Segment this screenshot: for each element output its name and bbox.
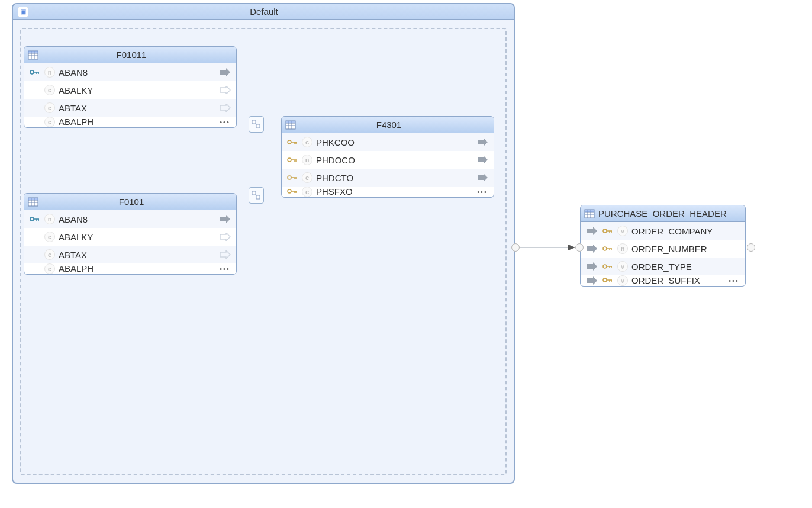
table-row[interactable]: n ABAN8 [24, 63, 236, 81]
table-row[interactable]: c ABALKY [24, 81, 236, 99]
svg-marker-1 [568, 245, 575, 250]
key-icon [286, 155, 298, 165]
svg-point-66 [603, 229, 607, 233]
entity-header[interactable]: F4301 [282, 117, 494, 133]
column-name: ORDER_NUMBER [631, 244, 740, 254]
svg-point-39 [288, 158, 291, 162]
table-row[interactable]: c PHDCTO [282, 169, 494, 187]
entity-purchase-order-header[interactable]: PURCHASE_ORDER_HEADER v ORDER_COMPANY n … [580, 205, 746, 287]
type-icon-c: c [302, 137, 312, 147]
key-icon [602, 226, 614, 236]
table-row[interactable]: c PHSFXO ••• [282, 187, 494, 197]
svg-marker-70 [587, 245, 597, 253]
svg-rect-20 [28, 198, 38, 200]
svg-point-34 [288, 140, 291, 144]
type-icon-n: n [302, 155, 312, 165]
table-row[interactable]: c PHKCOO [282, 133, 494, 151]
entity-rows: c PHKCOO n PHDOCO c PHDCTO c PHSFXO ••• [282, 133, 494, 197]
join-node[interactable] [249, 187, 264, 204]
svg-marker-13 [220, 86, 230, 94]
svg-marker-75 [587, 262, 597, 271]
column-name: ABALPH [59, 263, 215, 274]
svg-point-49 [288, 189, 291, 193]
key-icon [29, 214, 41, 224]
input-port[interactable] [575, 243, 584, 252]
svg-point-21 [30, 217, 34, 221]
table-row[interactable]: c ABALPH ••• [24, 263, 236, 274]
entity-header[interactable]: PURCHASE_ORDER_HEADER [581, 205, 745, 222]
entity-rows: v ORDER_COMPANY n ORDER_NUMBER v ORDER_T… [581, 222, 745, 286]
svg-point-8 [30, 70, 34, 74]
more-icon: ••• [476, 187, 489, 197]
entity-f4301[interactable]: F4301 c PHKCOO n PHDOCO c PHDCTO [281, 116, 494, 198]
entity-f0101[interactable]: F0101 n ABAN8 c ABALKY c ABTAX [24, 193, 237, 275]
entity-header[interactable]: F0101 [24, 194, 236, 210]
out-arrow-icon [218, 214, 231, 224]
svg-marker-38 [478, 138, 488, 146]
column-name: PHDOCO [316, 155, 472, 165]
svg-rect-64 [585, 210, 594, 212]
key-icon [602, 275, 614, 285]
more-icon: ••• [727, 275, 740, 286]
table-icon [28, 197, 38, 207]
key-icon [602, 262, 614, 271]
out-arrow-icon [476, 155, 489, 165]
type-icon-c: c [44, 117, 55, 127]
svg-point-71 [603, 247, 607, 250]
svg-rect-54 [256, 124, 260, 128]
table-row[interactable]: c ABTAX [24, 246, 236, 263]
table-row[interactable]: v ORDER_SUFFIX ••• [581, 275, 745, 286]
type-icon-c: c [44, 232, 55, 242]
in-arrow-icon [585, 275, 598, 286]
key-icon [602, 244, 614, 253]
svg-rect-33 [286, 121, 295, 123]
column-name: ABALKY [59, 85, 215, 95]
svg-marker-27 [220, 250, 230, 259]
table-icon [28, 50, 38, 60]
diagram-canvas: ▣ Default F01011 n ABAN8 c ABALKY [0, 0, 812, 508]
table-icon [285, 120, 296, 130]
container-title: Default [32, 7, 514, 17]
svg-rect-56 [252, 191, 256, 195]
type-icon-c: c [44, 102, 55, 113]
column-name: ABTAX [59, 103, 215, 113]
entity-rows: n ABAN8 c ABALKY c ABTAX c ABALPH ••• [24, 63, 236, 127]
column-name: ABALKY [59, 232, 215, 242]
table-row[interactable]: v ORDER_COMPANY [581, 222, 745, 240]
table-row[interactable]: v ORDER_TYPE [581, 258, 745, 275]
key-icon [286, 137, 298, 147]
out-arrow-icon [218, 67, 231, 78]
out-arrow-icon [476, 137, 489, 147]
container-header: ▣ Default [13, 4, 514, 20]
entity-rows: n ABAN8 c ABALKY c ABTAX c ABALPH ••• [24, 210, 236, 274]
table-row[interactable]: c ABALKY [24, 228, 236, 246]
table-row[interactable]: n ORDER_NUMBER [581, 240, 745, 258]
svg-line-58 [256, 195, 256, 195]
table-row[interactable]: n ABAN8 [24, 210, 236, 228]
svg-rect-53 [252, 120, 256, 124]
out-arrow-hollow-icon [218, 85, 231, 95]
type-icon-c: c [302, 172, 312, 183]
column-name: ABAN8 [59, 67, 215, 78]
svg-marker-25 [220, 215, 230, 223]
type-icon-c: c [44, 85, 55, 95]
output-port[interactable] [747, 243, 755, 252]
column-name: ABAN8 [59, 214, 215, 224]
type-icon-c: c [44, 263, 55, 274]
join-icon [251, 190, 262, 201]
table-row[interactable]: c ABALPH ••• [24, 117, 236, 127]
entity-header[interactable]: F01011 [24, 47, 236, 63]
svg-point-44 [288, 176, 291, 179]
in-arrow-icon [585, 243, 598, 254]
entity-f01011[interactable]: F01011 n ABAN8 c ABALKY c ABTAX [24, 46, 237, 128]
type-icon-n: n [617, 243, 628, 254]
container-icon: ▣ [18, 7, 28, 17]
table-row[interactable]: n PHDOCO [282, 151, 494, 169]
in-arrow-icon [585, 226, 598, 236]
column-name: ORDER_SUFFIX [631, 275, 724, 285]
column-name: PHSFXO [316, 187, 472, 197]
type-icon-n: n [44, 67, 55, 78]
join-node[interactable] [249, 116, 264, 133]
output-port[interactable] [511, 243, 520, 252]
table-row[interactable]: c ABTAX [24, 99, 236, 117]
